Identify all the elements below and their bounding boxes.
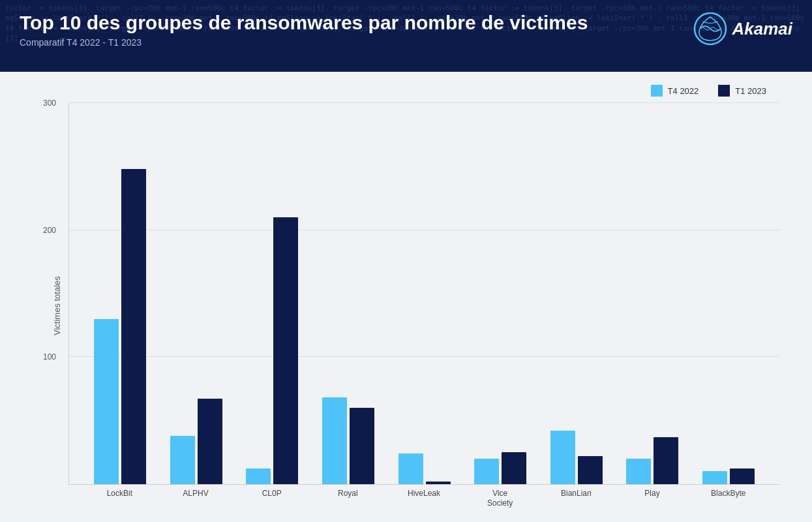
- akamai-logo: Akamai: [693, 12, 793, 46]
- bar-group: [614, 103, 691, 484]
- x-label-7: Play: [614, 489, 691, 509]
- bar-group: [310, 103, 387, 484]
- bar-group: [462, 103, 539, 484]
- chart-plot: 100200300: [68, 103, 779, 485]
- y-axis-label: Victimes totales: [52, 103, 62, 509]
- bar-t1-LockBit: [121, 169, 146, 484]
- bar-t4-CL0P: [246, 468, 271, 484]
- bar-t1-HiveLeak: [426, 482, 451, 484]
- bar-t4-HiveLeak: [398, 453, 423, 484]
- x-label-1: ALPHV: [158, 489, 234, 509]
- bar-t4-Royal: [322, 397, 347, 484]
- chart-legend: T4 2022 T1 2023: [52, 85, 779, 97]
- main-container: factor := tokens[3]._target -rpc=30h mnt…: [0, 0, 812, 522]
- bar-t1-Play: [654, 437, 678, 484]
- chart-wrapper: Victimes totales 100200300 LockBitALPHVC…: [52, 103, 779, 509]
- bar-t1-BianLian: [578, 456, 603, 484]
- bar-group: [234, 103, 310, 484]
- y-tick-label: 300: [43, 99, 56, 108]
- legend-t1: T1 2023: [718, 85, 766, 97]
- bar-t4-BlackByte: [702, 471, 727, 484]
- y-tick-label: 100: [43, 352, 56, 361]
- bars-container: [69, 103, 779, 484]
- legend-t1-label: T1 2023: [735, 86, 766, 96]
- chart-inner: 100200300 LockBitALPHVCL0PRoyalHiveLeakV…: [68, 103, 779, 509]
- bar-t4-LockBit: [94, 319, 119, 484]
- bar-t4-ViceSociety: [474, 459, 499, 484]
- x-label-2: CL0P: [233, 489, 310, 509]
- x-label-3: Royal: [310, 489, 386, 509]
- x-label-5: ViceSociety: [462, 489, 538, 509]
- chart-area: T4 2022 T1 2023 Victimes totales 1002003…: [0, 72, 812, 522]
- x-label-8: BlackByte: [690, 489, 766, 509]
- page-subtitle: Comparatif T4 2022 - T1 2023: [20, 37, 792, 48]
- bar-group: [82, 103, 158, 484]
- header-section: factor := tokens[3]._target -rpc=30h mnt…: [0, 0, 812, 72]
- legend-t4: T4 2022: [651, 85, 699, 97]
- bar-t4-ALPHV: [170, 436, 195, 484]
- x-label-6: BianLian: [538, 489, 614, 509]
- bar-group: [386, 103, 462, 484]
- legend-t1-box: [718, 85, 730, 97]
- akamai-icon: [693, 12, 727, 46]
- bar-group: [538, 103, 614, 484]
- bar-group: [691, 103, 767, 484]
- bar-t1-ViceSociety: [502, 452, 526, 484]
- bar-t1-BlackByte: [730, 468, 755, 484]
- legend-t4-box: [651, 85, 663, 97]
- legend-t4-label: T4 2022: [668, 86, 699, 96]
- akamai-name: Akamai: [732, 19, 793, 39]
- x-label-4: HiveLeak: [386, 489, 462, 509]
- bar-t4-BianLian: [550, 431, 575, 484]
- bar-t1-Royal: [350, 408, 374, 484]
- bar-group: [158, 103, 235, 484]
- page-title: Top 10 des groupes de ransomwares par no…: [20, 12, 792, 34]
- bar-t1-ALPHV: [198, 399, 222, 484]
- bar-t1-CL0P: [273, 217, 298, 484]
- header-bg-text: factor := tokens[3]._target -rpc=30h mnt…: [0, 0, 812, 72]
- bar-t4-Play: [626, 459, 651, 484]
- x-axis: LockBitALPHVCL0PRoyalHiveLeakViceSociety…: [68, 489, 779, 509]
- x-label-0: LockBit: [82, 489, 158, 509]
- y-tick-label: 200: [43, 226, 56, 235]
